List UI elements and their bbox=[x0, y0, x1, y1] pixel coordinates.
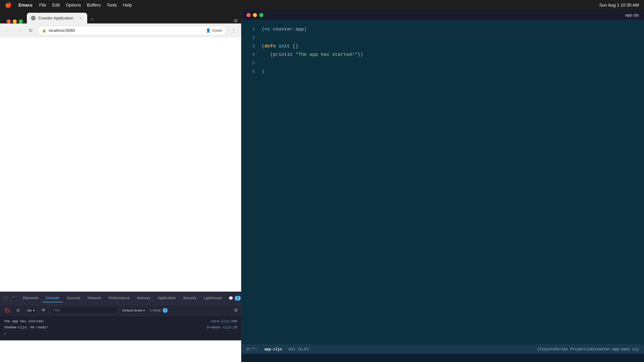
console-eye-btn[interactable]: 👁 bbox=[40, 306, 48, 314]
tab-network[interactable]: Network bbox=[84, 294, 104, 302]
context-selector[interactable]: top ▾ bbox=[25, 307, 37, 314]
message-icon: 💬 bbox=[228, 296, 233, 301]
console-line-1: The app has started! core.cljs:200 bbox=[4, 319, 237, 325]
refresh-btn[interactable]: ↻ bbox=[26, 26, 35, 35]
devtools-tabs: Elements Console Sources Network Perform… bbox=[20, 294, 225, 302]
browser-chrome: Counter Application × + ⚙ ← → ↻ 🔒 localh… bbox=[0, 10, 241, 37]
console-message-1: The app has started! bbox=[4, 320, 44, 323]
editor-pane: app.cljs 1 (ns counter.app) 2 3 (defn in… bbox=[242, 10, 644, 362]
log-level-value: Default levels bbox=[122, 309, 142, 312]
apple-menu[interactable]: 🍎 bbox=[5, 2, 12, 8]
app-name-menu[interactable]: Emacs bbox=[18, 2, 32, 8]
window-maximize-btn[interactable] bbox=[19, 19, 23, 23]
code-line-5: 5 bbox=[248, 59, 637, 67]
console-link-2[interactable]: browser.cljs:20 bbox=[207, 326, 237, 329]
console-caret: > bbox=[4, 332, 6, 336]
status-mode: (ClojureScript Projectile[counter-app:np… bbox=[315, 347, 639, 352]
browser-settings-icon[interactable]: ⚙ bbox=[234, 18, 238, 23]
emacs-statusbar: U:**- app.cljs All (6,0) (ClojureScript … bbox=[242, 345, 644, 354]
tab-lighthouse[interactable]: Lighthouse bbox=[200, 294, 225, 302]
profile-label: Guest bbox=[212, 28, 222, 33]
tab-security[interactable]: Security bbox=[180, 294, 200, 302]
console-settings-btn[interactable]: ⚙ bbox=[234, 308, 238, 313]
log-level-selector[interactable]: Default levels ▾ bbox=[120, 307, 147, 314]
code-editor[interactable]: 1 (ns counter.app) 2 3 (defn init [] 4 bbox=[242, 20, 644, 345]
emacs-window-controls bbox=[246, 13, 263, 17]
menubar-help[interactable]: Help bbox=[123, 2, 132, 8]
devtools-device-btn[interactable]: 📱 bbox=[11, 294, 16, 302]
browser-tab-active[interactable]: Counter Application × bbox=[27, 13, 87, 23]
tab-bar: Counter Application × + ⚙ bbox=[0, 10, 241, 23]
tab-sources[interactable]: Sources bbox=[63, 294, 84, 302]
context-value: top bbox=[27, 308, 32, 312]
devtools-inspect-btn[interactable]: ⬚ bbox=[3, 294, 8, 302]
profile-area[interactable]: 👤 Guest bbox=[206, 28, 222, 33]
emacs-minimize-btn[interactable] bbox=[253, 13, 257, 17]
line-num-5: 5 bbox=[248, 59, 255, 67]
line-num-4: 4 bbox=[248, 50, 255, 59]
line-num-6: 6 bbox=[248, 67, 255, 76]
menubar-edit[interactable]: Edit bbox=[52, 2, 60, 8]
tab-console[interactable]: Console bbox=[42, 294, 63, 302]
code-line-1: 1 (ns counter.app) bbox=[248, 25, 637, 33]
browser-pane: Counter Application × + ⚙ ← → ↻ 🔒 localh… bbox=[0, 10, 242, 362]
code-content-4: (println "The app has started!")) bbox=[262, 50, 363, 59]
nav-bar: ← → ↻ 🔒 localhost:8080 👤 Guest ⋮ bbox=[0, 23, 241, 37]
code-line-6: 6 bbox=[248, 67, 637, 76]
main-layout: Counter Application × + ⚙ ← → ↻ 🔒 localh… bbox=[0, 10, 644, 362]
code-line-4: 4 (println "The app has started!")) bbox=[248, 50, 637, 59]
menubar: 🍎 Emacs File Edit Options Buffers Tools … bbox=[0, 0, 644, 10]
status-filename: app.cljs bbox=[264, 347, 282, 352]
menubar-file[interactable]: File bbox=[39, 2, 46, 8]
new-tab-btn[interactable]: + bbox=[88, 15, 96, 23]
menubar-options[interactable]: Options bbox=[66, 2, 81, 8]
menubar-tools[interactable]: Tools bbox=[107, 2, 117, 8]
log-level-arrow-icon: ▾ bbox=[143, 309, 145, 312]
window-close-btn[interactable] bbox=[7, 19, 11, 23]
emacs-close-btn[interactable] bbox=[246, 13, 250, 17]
console-link-1[interactable]: core.cljs:200 bbox=[211, 320, 237, 323]
console-filter-input[interactable] bbox=[50, 307, 118, 314]
status-position: All (6,0) bbox=[289, 347, 309, 352]
address-url: localhost:8080 bbox=[49, 28, 204, 33]
console-toolbar: 🚫 ⊘ top ▾ 👁 Default levels ▾ 1 Issue: 1 … bbox=[0, 305, 241, 316]
console-prompt[interactable]: > bbox=[4, 331, 237, 338]
context-arrow-icon: ▾ bbox=[33, 308, 35, 312]
tab-favicon bbox=[31, 16, 36, 20]
code-content-1: (ns counter.app) bbox=[262, 25, 307, 33]
console-clear-btn[interactable]: 🚫 bbox=[3, 306, 12, 314]
forward-btn[interactable]: → bbox=[15, 26, 24, 35]
menubar-clock: Sun Aug 1 10:30 AM bbox=[599, 2, 639, 8]
menubar-items: File Edit Options Buffers Tools Help bbox=[39, 2, 132, 8]
devtools-panel: ⬚ 📱 Elements Console Sources Network Per… bbox=[0, 292, 241, 362]
issue-indicator[interactable]: 1 Issue: 1 bbox=[150, 308, 168, 313]
editor-filename-title: app.cljs bbox=[626, 13, 639, 17]
code-content-2 bbox=[262, 33, 264, 42]
line-num-3: 3 bbox=[248, 42, 255, 50]
console-filter-toggle[interactable]: ⊘ bbox=[14, 306, 22, 314]
status-modified: U:**- bbox=[246, 347, 258, 352]
tab-performance[interactable]: Performance bbox=[105, 294, 133, 302]
back-btn[interactable]: ← bbox=[3, 26, 12, 35]
tab-elements[interactable]: Elements bbox=[20, 294, 42, 302]
tab-close-btn[interactable]: × bbox=[78, 16, 83, 20]
devtools-header: ⬚ 📱 Elements Console Sources Network Per… bbox=[0, 292, 241, 305]
code-content-6 bbox=[262, 67, 264, 76]
issue-label: 1 Issue: bbox=[150, 308, 162, 312]
address-lock-icon: 🔒 bbox=[42, 28, 46, 33]
tab-title: Counter Application bbox=[38, 16, 76, 20]
tab-memory[interactable]: Memory bbox=[134, 294, 154, 302]
profile-icon: 👤 bbox=[206, 28, 210, 33]
address-bar[interactable]: 🔒 localhost:8080 👤 Guest bbox=[38, 26, 226, 35]
tab-application[interactable]: Application bbox=[154, 294, 179, 302]
emacs-titlebar: app.cljs bbox=[242, 10, 644, 20]
menubar-buffers[interactable]: Buffers bbox=[87, 2, 100, 8]
browser-menu-btn[interactable]: ⋮ bbox=[229, 26, 238, 35]
code-content-3: (defn init [] bbox=[262, 42, 298, 50]
browser-content bbox=[0, 37, 241, 292]
window-minimize-btn[interactable] bbox=[13, 19, 17, 23]
line-num-2: 2 bbox=[248, 33, 255, 42]
message-badge: 1 bbox=[235, 296, 241, 301]
emacs-minibuffer bbox=[242, 354, 644, 362]
emacs-maximize-btn[interactable] bbox=[259, 13, 263, 17]
